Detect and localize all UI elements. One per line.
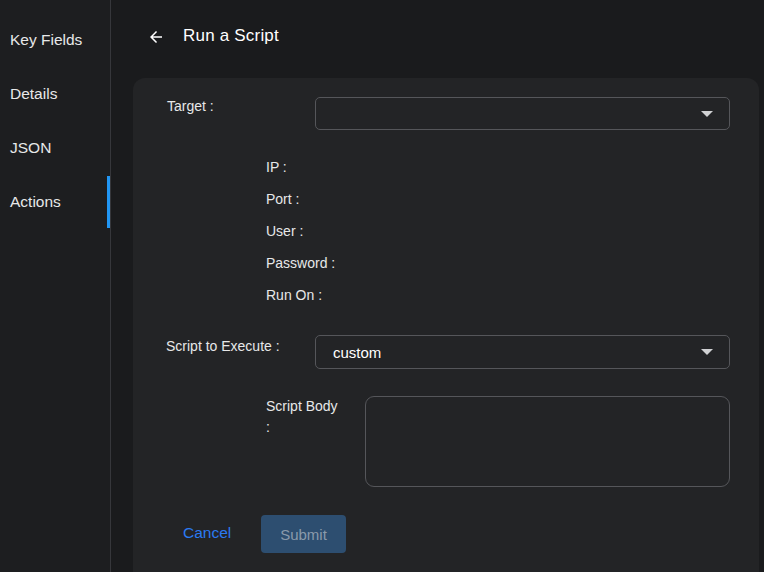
script-body-label: Script Body : xyxy=(266,396,338,438)
sidebar-item-label: Actions xyxy=(10,193,61,211)
user-label: User : xyxy=(266,223,303,239)
back-button[interactable] xyxy=(145,26,167,48)
sidebar-item-actions[interactable]: Actions xyxy=(0,175,110,229)
active-indicator-bar xyxy=(107,176,110,228)
sidebar-item-key-fields[interactable]: Key Fields xyxy=(0,13,110,67)
main-content: Run a Script Target : IP : Port : User :… xyxy=(112,0,764,572)
run-on-label: Run On : xyxy=(266,287,322,303)
page-title: Run a Script xyxy=(183,26,279,46)
port-label: Port : xyxy=(266,191,299,207)
script-to-execute-label: Script to Execute : xyxy=(166,338,280,354)
arrow-left-icon xyxy=(147,28,165,46)
sidebar: Key Fields Details JSON Actions xyxy=(0,0,111,572)
script-to-execute-select[interactable]: custom xyxy=(315,335,730,369)
password-label: Password : xyxy=(266,255,335,271)
page-header: Run a Script xyxy=(112,0,764,62)
script-to-execute-select-value: custom xyxy=(333,344,381,361)
chevron-down-icon xyxy=(701,349,713,355)
sidebar-item-label: JSON xyxy=(10,139,51,157)
cancel-button[interactable]: Cancel xyxy=(183,524,231,542)
sidebar-item-label: Details xyxy=(10,85,57,103)
sidebar-item-details[interactable]: Details xyxy=(0,67,110,121)
submit-button[interactable]: Submit xyxy=(261,515,346,553)
app-window: Key Fields Details JSON Actions xyxy=(0,0,764,572)
ip-label: IP : xyxy=(266,159,287,175)
target-select[interactable] xyxy=(315,97,730,130)
sidebar-item-json[interactable]: JSON xyxy=(0,121,110,175)
chevron-down-icon xyxy=(701,111,713,117)
target-label: Target : xyxy=(167,98,214,114)
sidebar-item-label: Key Fields xyxy=(10,31,82,49)
run-script-form-card: Target : IP : Port : User : Password : R… xyxy=(133,78,759,572)
sidebar-nav-list: Key Fields Details JSON Actions xyxy=(0,0,110,229)
script-body-textarea[interactable] xyxy=(365,396,730,487)
